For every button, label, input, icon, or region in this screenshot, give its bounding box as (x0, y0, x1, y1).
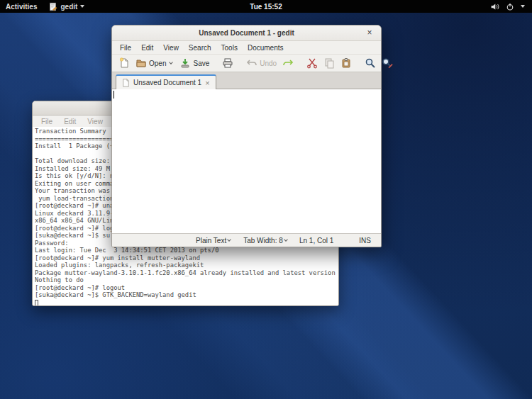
menu-edit[interactable]: Edit (136, 44, 158, 52)
menu-view[interactable]: View (158, 44, 184, 52)
menu-tools[interactable]: Tools (216, 44, 243, 52)
menu-documents[interactable]: Documents (243, 44, 289, 52)
paste-button[interactable] (338, 56, 354, 70)
new-document-icon (118, 57, 130, 69)
save-button[interactable]: Save (177, 56, 211, 70)
gedit-titlebar[interactable]: Unsaved Document 1 - gedit × (112, 26, 381, 41)
close-window-button[interactable]: × (365, 28, 375, 38)
open-icon (135, 57, 147, 69)
save-label: Save (193, 60, 209, 67)
language-label: Plain Text (196, 237, 226, 245)
terminal-line: [root@deckard ~]# logout (35, 284, 336, 292)
gedit-app-icon (48, 2, 57, 11)
undo-button[interactable]: Undo (244, 56, 279, 70)
volume-icon[interactable] (490, 2, 499, 11)
chevron-down-icon (227, 237, 231, 242)
tab-width-label: Tab Width: 8 (243, 237, 283, 245)
terminal-menu-edit[interactable]: Edit (58, 118, 82, 125)
gedit-tabbar: Unsaved Document 1 × (112, 72, 381, 89)
find-replace-icon (382, 57, 393, 69)
cut-button[interactable] (304, 56, 320, 70)
chevron-down-icon (284, 237, 288, 242)
cut-icon (306, 57, 318, 69)
print-button[interactable] (220, 56, 235, 70)
paste-icon (340, 57, 352, 69)
power-icon[interactable] (506, 2, 514, 11)
activities-button[interactable]: Activities (0, 0, 43, 13)
find-replace-button[interactable] (379, 56, 395, 70)
tab-close-icon[interactable]: × (205, 79, 209, 86)
top-bar: Activities gedit Tue 15:52 (0, 0, 532, 13)
terminal-line: Last login: Tue Dec 3 14:34:51 CET 2013 … (35, 247, 336, 254)
find-icon (365, 57, 376, 69)
tab-label: Unsaved Document 1 (133, 79, 201, 86)
tab-unsaved-document-1[interactable]: Unsaved Document 1 × (116, 74, 216, 89)
caret-down-icon (80, 5, 84, 8)
menu-file[interactable]: File (115, 44, 136, 52)
open-button[interactable]: Open (133, 56, 176, 70)
text-cursor (113, 91, 114, 99)
gedit-menubar: File Edit View Search Tools Documents (112, 41, 381, 54)
terminal-menu-view[interactable]: View (82, 118, 109, 125)
undo-label: Undo (260, 60, 277, 67)
undo-icon (246, 57, 257, 69)
terminal-line: [suka@deckard ~]$ GTK_BACKEND=wayland ge… (35, 291, 336, 299)
input-mode-label: INS (359, 237, 371, 245)
menu-search[interactable]: Search (184, 44, 216, 52)
text-editing-area[interactable] (112, 89, 381, 233)
save-icon (179, 57, 191, 69)
terminal-line: Package mutter-wayland-3.10.1-1.fc20.x86… (35, 269, 336, 277)
gedit-statusbar: Plain Text Tab Width: 8 Ln 1, Col 1 INS (112, 233, 381, 247)
terminal-line: [root@deckard ~]# yum install mutter-way… (35, 254, 336, 262)
window-title: Unsaved Document 1 - gedit (199, 29, 294, 37)
gedit-toolbar: Open Save Undo (112, 54, 381, 72)
gedit-window[interactable]: Unsaved Document 1 - gedit × File Edit V… (111, 25, 382, 247)
app-menu-label: gedit (60, 3, 77, 11)
clock[interactable]: Tue 15:52 (250, 3, 282, 11)
open-label: Open (149, 60, 166, 67)
terminal-line: Loaded plugins: langpacks, refresh-packa… (35, 262, 336, 269)
redo-button[interactable] (280, 56, 296, 70)
find-button[interactable] (362, 56, 378, 70)
language-selector[interactable]: Plain Text (196, 237, 232, 245)
app-menu-button[interactable]: gedit (43, 0, 90, 13)
chevron-down-icon (170, 60, 174, 64)
terminal-cursor-row (35, 299, 336, 306)
print-icon (222, 57, 233, 69)
terminal-line: Nothing to do (35, 276, 336, 284)
redo-icon (282, 57, 294, 69)
document-icon (122, 79, 130, 87)
terminal-menu-file[interactable]: File (35, 118, 58, 125)
cursor-position-label: Ln 1, Col 1 (299, 237, 333, 245)
new-document-button[interactable] (116, 56, 132, 70)
copy-button[interactable] (321, 56, 337, 70)
terminal-cursor (35, 300, 38, 306)
system-status-area[interactable] (490, 2, 532, 11)
tab-width-selector[interactable]: Tab Width: 8 (243, 237, 289, 245)
copy-icon (323, 57, 335, 69)
caret-down-icon[interactable] (521, 5, 525, 8)
